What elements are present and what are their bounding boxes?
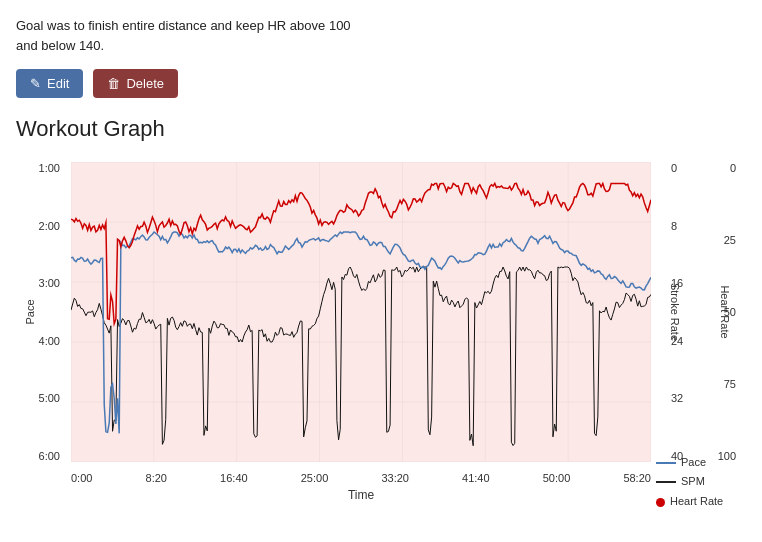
y-axis-left: 6:00 5:00 4:00 3:00 2:00 1:00 [16,162,66,462]
heart-rate-axis-label: Heart Rate [719,162,731,462]
x-axis: 0:00 8:20 16:40 25:00 33:20 41:40 50:00 … [71,472,651,484]
delete-button[interactable]: 🗑 Delete [93,69,178,98]
goal-text: Goal was to finish entire distance and k… [16,16,716,55]
hr-legend-icon [656,498,665,507]
chart-canvas [71,162,651,462]
section-title: Workout Graph [16,116,746,142]
legend-hr: Heart Rate [656,492,736,512]
legend-spm: SPM [656,472,736,492]
workout-chart: Pace 6:00 5:00 4:00 3:00 2:00 1:00 40 32… [16,152,736,512]
spm-legend-icon [656,481,676,483]
legend-pace: Pace [656,453,736,473]
edit-icon: ✎ [30,76,41,91]
edit-button[interactable]: ✎ Edit [16,69,83,98]
pace-legend-icon [656,462,676,464]
stroke-rate-axis-label: Stroke Rate [669,162,681,462]
chart-area [71,162,651,462]
chart-legend: Pace SPM Heart Rate [656,453,736,512]
trash-icon: 🗑 [107,76,120,91]
x-axis-label: Time [71,488,651,502]
